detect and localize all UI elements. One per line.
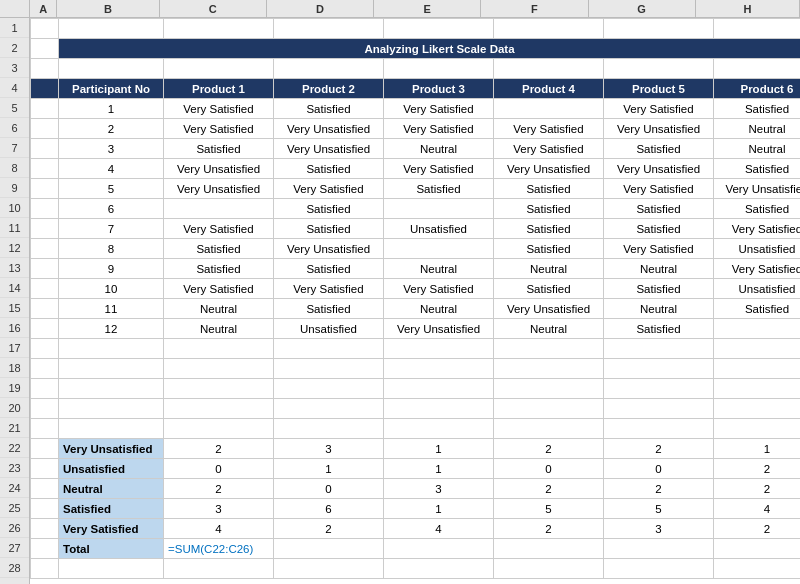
cell-p4-7[interactable]: Satisfied — [494, 219, 604, 239]
s-p5[interactable]: 5 — [604, 499, 714, 519]
s-p2[interactable]: 6 — [274, 499, 384, 519]
cell-num-4[interactable]: 4 — [59, 159, 164, 179]
cell-p2-4[interactable]: Satisfied — [274, 159, 384, 179]
vs-p2[interactable]: 2 — [274, 519, 384, 539]
vu-p4[interactable]: 2 — [494, 439, 604, 459]
cell-p4-5[interactable]: Satisfied — [494, 179, 604, 199]
cell-num-8[interactable]: 8 — [59, 239, 164, 259]
cell-p5-7[interactable]: Satisfied — [604, 219, 714, 239]
cell-p5-10[interactable]: Satisfied — [604, 279, 714, 299]
cell-p2-6[interactable]: Satisfied — [274, 199, 384, 219]
cell-num-7[interactable]: 7 — [59, 219, 164, 239]
cell-p5-5[interactable]: Very Satisfied — [604, 179, 714, 199]
cell-p4-11[interactable]: Very Unsatisfied — [494, 299, 604, 319]
s-p3[interactable]: 1 — [384, 499, 494, 519]
cell-p3-1[interactable]: Very Satisfied — [384, 99, 494, 119]
vu-p5[interactable]: 2 — [604, 439, 714, 459]
n-p2[interactable]: 0 — [274, 479, 384, 499]
col-header-b[interactable]: B — [57, 0, 159, 17]
col-header-d[interactable]: D — [267, 0, 374, 17]
n-p5[interactable]: 2 — [604, 479, 714, 499]
cell-p6-12[interactable] — [714, 319, 801, 339]
cell-p6-1[interactable]: Satisfied — [714, 99, 801, 119]
cell-p4-4[interactable]: Very Unsatisfied — [494, 159, 604, 179]
col-header-c[interactable]: C — [160, 0, 267, 17]
cell-p3-11[interactable]: Neutral — [384, 299, 494, 319]
s-p4[interactable]: 5 — [494, 499, 604, 519]
cell-p4-9[interactable]: Neutral — [494, 259, 604, 279]
cell-num-6[interactable]: 6 — [59, 199, 164, 219]
cell-p2-9[interactable]: Satisfied — [274, 259, 384, 279]
cell-p4-6[interactable]: Satisfied — [494, 199, 604, 219]
cell-p3-5[interactable]: Satisfied — [384, 179, 494, 199]
u-p2[interactable]: 1 — [274, 459, 384, 479]
cell-p6-11[interactable]: Satisfied — [714, 299, 801, 319]
cell-p3-12[interactable]: Very Unsatisfied — [384, 319, 494, 339]
cell-p3-8[interactable] — [384, 239, 494, 259]
n-p1[interactable]: 2 — [164, 479, 274, 499]
col-header-g[interactable]: G — [589, 0, 696, 17]
cell-p2-10[interactable]: Very Satisfied — [274, 279, 384, 299]
cell-p3-9[interactable]: Neutral — [384, 259, 494, 279]
cell-p6-7[interactable]: Very Satisfied — [714, 219, 801, 239]
cell-num-3[interactable]: 3 — [59, 139, 164, 159]
cell-p2-7[interactable]: Satisfied — [274, 219, 384, 239]
vu-p1[interactable]: 2 — [164, 439, 274, 459]
col-header-f[interactable]: F — [481, 0, 588, 17]
n-p6[interactable]: 2 — [714, 479, 801, 499]
cell-p5-9[interactable]: Neutral — [604, 259, 714, 279]
cell-num-5[interactable]: 5 — [59, 179, 164, 199]
cell-p1-9[interactable]: Satisfied — [164, 259, 274, 279]
cell-p1-5[interactable]: Very Unsatisfied — [164, 179, 274, 199]
cell-p4-8[interactable]: Satisfied — [494, 239, 604, 259]
cell-num-2[interactable]: 2 — [59, 119, 164, 139]
cell-p6-8[interactable]: Unsatisfied — [714, 239, 801, 259]
col-header-a[interactable]: A — [30, 0, 57, 17]
cell-p1-3[interactable]: Satisfied — [164, 139, 274, 159]
cell-p3-3[interactable]: Neutral — [384, 139, 494, 159]
u-p3[interactable]: 1 — [384, 459, 494, 479]
cell-p5-3[interactable]: Satisfied — [604, 139, 714, 159]
cell-p1-8[interactable]: Satisfied — [164, 239, 274, 259]
cell-p2-11[interactable]: Satisfied — [274, 299, 384, 319]
cell-p4-10[interactable]: Satisfied — [494, 279, 604, 299]
cell-num-9[interactable]: 9 — [59, 259, 164, 279]
cell-p6-6[interactable]: Satisfied — [714, 199, 801, 219]
cell-num-12[interactable]: 12 — [59, 319, 164, 339]
vu-p3[interactable]: 1 — [384, 439, 494, 459]
cell-p3-2[interactable]: Very Satisfied — [384, 119, 494, 139]
vs-p6[interactable]: 2 — [714, 519, 801, 539]
cell-p6-10[interactable]: Unsatisfied — [714, 279, 801, 299]
cell-p1-11[interactable]: Neutral — [164, 299, 274, 319]
u-p6[interactable]: 2 — [714, 459, 801, 479]
cell-p6-3[interactable]: Neutral — [714, 139, 801, 159]
cell-p5-4[interactable]: Very Unsatisfied — [604, 159, 714, 179]
vu-p2[interactable]: 3 — [274, 439, 384, 459]
cell-p4-12[interactable]: Neutral — [494, 319, 604, 339]
cell-p3-7[interactable]: Unsatisfied — [384, 219, 494, 239]
col-header-e[interactable]: E — [374, 0, 481, 17]
cell-p2-1[interactable]: Satisfied — [274, 99, 384, 119]
cell-p5-12[interactable]: Satisfied — [604, 319, 714, 339]
cell-p2-12[interactable]: Unsatisfied — [274, 319, 384, 339]
cell-p5-1[interactable]: Very Satisfied — [604, 99, 714, 119]
cell-num-10[interactable]: 10 — [59, 279, 164, 299]
cell-p2-8[interactable]: Very Unsatisfied — [274, 239, 384, 259]
cell-p1-6[interactable] — [164, 199, 274, 219]
vu-p6[interactable]: 1 — [714, 439, 801, 459]
cell-p4-3[interactable]: Very Satisfied — [494, 139, 604, 159]
cell-p5-2[interactable]: Very Unsatisfied — [604, 119, 714, 139]
vs-p5[interactable]: 3 — [604, 519, 714, 539]
total-formula[interactable]: =SUM(C22:C26) — [164, 539, 274, 559]
cell-p1-10[interactable]: Very Satisfied — [164, 279, 274, 299]
u-p5[interactable]: 0 — [604, 459, 714, 479]
cell-p5-8[interactable]: Very Satisfied — [604, 239, 714, 259]
cell-p3-4[interactable]: Very Satisfied — [384, 159, 494, 179]
cell-p2-3[interactable]: Very Unsatisfied — [274, 139, 384, 159]
vs-p1[interactable]: 4 — [164, 519, 274, 539]
cell-p4-2[interactable]: Very Satisfied — [494, 119, 604, 139]
n-p3[interactable]: 3 — [384, 479, 494, 499]
cell-p1-7[interactable]: Very Satisfied — [164, 219, 274, 239]
cell-num-1[interactable]: 1 — [59, 99, 164, 119]
cell-p1-2[interactable]: Very Satisfied — [164, 119, 274, 139]
